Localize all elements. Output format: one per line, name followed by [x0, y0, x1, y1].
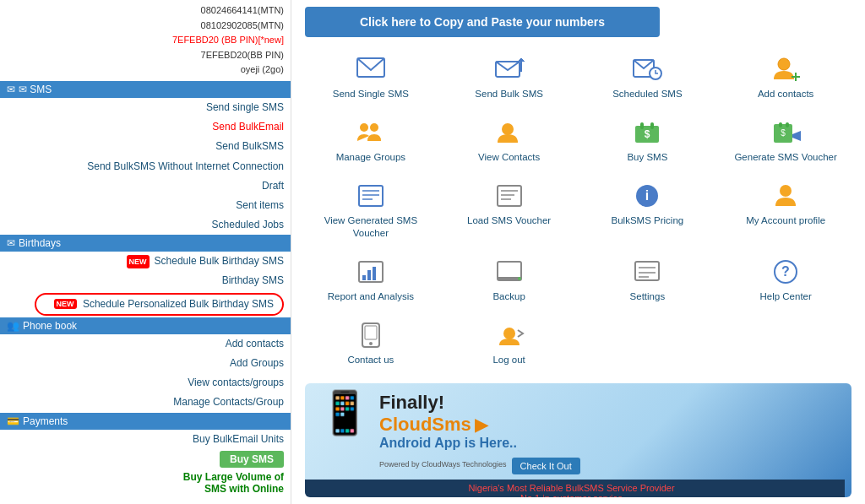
- sms-section-header: ✉ ✉ SMS: [0, 81, 291, 98]
- settings-label: Settings: [630, 290, 666, 303]
- sidebar-item-schedule-bulk[interactable]: NEW Schedule Bulk Birthday SMS: [0, 252, 291, 271]
- sidebar-item-buy-bulk-email[interactable]: Buy BulkEmail Units: [0, 430, 291, 449]
- log-out-label: Log out: [492, 354, 525, 366]
- icon-view-generated-sms-voucher[interactable]: View Generated SMS Voucher: [305, 176, 437, 245]
- icon-scheduled-sms[interactable]: Scheduled SMS: [582, 49, 714, 106]
- send-single-sms-label: Send Single SMS: [333, 88, 409, 100]
- my-account-profile-icon: [770, 181, 801, 211]
- svg-point-9: [370, 123, 378, 132]
- load-sms-voucher-label: Load SMS Voucher: [467, 214, 551, 227]
- report-analysis-icon: [356, 257, 386, 287]
- sms-icon: ✉: [7, 84, 15, 95]
- settings-icon: [632, 257, 662, 287]
- copy-paste-button[interactable]: Click here to Copy and Paste your number…: [305, 7, 660, 37]
- sidebar-item-sent-items[interactable]: Sent items: [0, 196, 291, 215]
- svg-rect-13: [640, 122, 644, 129]
- payments-section-header: 💳 Payments: [0, 413, 291, 430]
- send-bulk-sms-label: Send Bulk SMS: [475, 88, 543, 100]
- sidebar-item-view-contacts-groups[interactable]: View contacts/groups: [0, 373, 291, 393]
- birthdays-icon: ✉: [7, 237, 15, 249]
- phonebook-icon: 👥: [7, 320, 19, 332]
- number-2: 08102902085(MTN): [7, 19, 284, 34]
- icon-log-out[interactable]: Log out: [443, 315, 575, 371]
- sidebar-item-draft[interactable]: Draft: [0, 176, 291, 196]
- help-center-icon: ?: [770, 257, 801, 287]
- manage-groups-label: Manage Groups: [336, 151, 405, 164]
- highlighted-wrapper: NEW Schedule Personalized Bulk Birthday …: [0, 291, 291, 317]
- icon-bulksms-pricing[interactable]: i BulkSMS Pricing: [582, 176, 714, 245]
- manage-groups-icon: [356, 117, 386, 148]
- ad-tagline2: No 1 in customer service: [305, 493, 838, 497]
- svg-rect-17: [786, 122, 789, 127]
- svg-point-5: [778, 58, 790, 70]
- icon-manage-groups[interactable]: Manage Groups: [305, 112, 437, 169]
- icon-load-sms-voucher[interactable]: Load SMS Voucher: [443, 176, 575, 245]
- backup-icon: [494, 257, 525, 287]
- svg-marker-19: [792, 131, 801, 141]
- ad-android: Android App is Here..: [379, 436, 838, 451]
- phonebook-section-label: Phone book: [23, 320, 77, 332]
- number-3: 7EFEBD20 (BB PIN)[*new]: [7, 33, 284, 48]
- svg-point-37: [518, 277, 521, 280]
- generate-sms-voucher-icon: $: [770, 117, 801, 148]
- buy-sms-button[interactable]: Buy SMS: [220, 451, 284, 468]
- phonebook-section-header: 👥 Phone book: [0, 317, 291, 334]
- payments-icon: 💳: [7, 415, 19, 427]
- svg-point-46: [369, 342, 373, 345]
- check-it-out-button[interactable]: Check It Out: [512, 458, 580, 474]
- report-analysis-label: Report and Analysis: [328, 290, 414, 303]
- icon-help-center[interactable]: ? Help Center: [720, 252, 851, 308]
- ad-finally: Finally!: [379, 392, 838, 414]
- sidebar-item-personalized-bulk[interactable]: NEW Schedule Personalized Bulk Birthday …: [35, 293, 284, 316]
- icon-my-account-profile[interactable]: My Account profile: [720, 176, 851, 245]
- view-generated-sms-voucher-label: View Generated SMS Voucher: [308, 214, 433, 240]
- svg-text:$: $: [645, 128, 650, 140]
- svg-rect-14: [650, 122, 654, 129]
- ad-powered: Powered by CloudWays Technologies: [379, 460, 507, 469]
- scheduled-sms-icon: [632, 54, 662, 84]
- sidebar-item-add-contacts[interactable]: Add contacts: [0, 334, 291, 354]
- log-out-icon: [494, 320, 525, 350]
- sidebar-item-send-single-sms[interactable]: Send single SMS: [0, 98, 291, 117]
- buy-large-volume[interactable]: Buy Large Volume ofSMS with Online: [0, 469, 291, 496]
- svg-point-8: [360, 123, 368, 132]
- sidebar-item-scheduled-jobs[interactable]: Scheduled Jobs: [0, 215, 291, 235]
- sidebar-item-manage-contacts-group[interactable]: Manage Contacts/Group: [0, 393, 291, 412]
- icon-send-single-sms[interactable]: Send Single SMS: [305, 49, 437, 106]
- svg-rect-24: [498, 186, 521, 206]
- svg-point-30: [780, 185, 792, 197]
- payments-section-label: Payments: [23, 415, 68, 427]
- sidebar-item-send-bulk-email[interactable]: Send BulkEmail: [0, 117, 291, 137]
- contact-us-icon: [356, 320, 386, 350]
- svg-text:$: $: [781, 128, 786, 138]
- send-single-sms-icon: [356, 54, 386, 84]
- main-content: Click here to Copy and Paste your number…: [291, 0, 865, 504]
- sidebar: 08024664141(MTN) 08102902085(MTN) 7EFEBD…: [0, 0, 291, 504]
- cloudsms-arrow-icon: ▶: [475, 415, 487, 435]
- icon-settings[interactable]: Settings: [582, 252, 714, 308]
- sidebar-item-send-bulk-sms[interactable]: Send BulkSMS: [0, 137, 291, 156]
- svg-point-47: [503, 328, 515, 339]
- icon-send-bulk-sms[interactable]: Send Bulk SMS: [443, 49, 575, 106]
- icon-add-contacts[interactable]: Add contacts: [720, 49, 851, 106]
- view-generated-sms-voucher-icon: [356, 181, 386, 211]
- send-bulk-sms-icon: [494, 54, 525, 84]
- icon-contact-us[interactable]: Contact us: [305, 315, 437, 371]
- number-1: 08024664141(MTN): [7, 3, 284, 19]
- icon-report-analysis[interactable]: Report and Analysis: [305, 252, 437, 308]
- icon-view-contacts[interactable]: View Contacts: [443, 112, 575, 169]
- icon-generate-sms-voucher[interactable]: $ Generate SMS Voucher: [720, 112, 851, 169]
- icon-buy-sms[interactable]: $ Buy SMS: [582, 112, 714, 169]
- sidebar-item-add-groups[interactable]: Add Groups: [0, 354, 291, 373]
- scheduled-sms-label: Scheduled SMS: [612, 88, 682, 100]
- svg-rect-36: [498, 277, 521, 280]
- load-sms-voucher-icon: [494, 181, 525, 211]
- icon-backup[interactable]: Backup: [443, 252, 575, 308]
- new-badge-schedule-bulk: NEW: [127, 255, 150, 268]
- my-account-profile-label: My Account profile: [746, 214, 825, 227]
- sidebar-item-birthday-sms[interactable]: Birthday SMS: [0, 271, 291, 290]
- svg-point-10: [502, 123, 514, 135]
- sidebar-item-send-bulksms-without[interactable]: Send BulkSMS Without Internet Connection: [0, 157, 291, 176]
- help-center-label: Help Center: [759, 290, 811, 303]
- ad-cloudsms: CloudSms ▶: [379, 414, 838, 436]
